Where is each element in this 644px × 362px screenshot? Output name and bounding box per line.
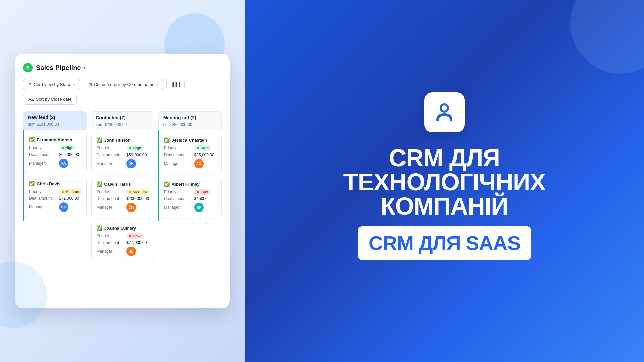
priority-row: Priority: High: [96, 145, 149, 151]
avatar: AF: [194, 203, 204, 212]
check-icon: ✅: [96, 137, 102, 143]
manager-row: Manager: CH: [96, 203, 149, 212]
manager-row: Manager: CD: [29, 202, 82, 212]
deal-amount-label: Deal amount:: [164, 153, 194, 157]
avatar: CD: [59, 202, 68, 212]
priority-label: Priority:: [164, 146, 194, 150]
deal-card[interactable]: ✅ Joanna Lumley Priority: Low Deal amoun…: [91, 221, 154, 262]
contacted-header: Contacted (7) sum $236,000.00: [91, 111, 154, 130]
priority-row: Priority: Medium: [96, 189, 149, 195]
card-view-chevron: ▾: [73, 83, 75, 86]
crm-logo-icon: $: [23, 63, 33, 72]
app-icon-box: [424, 92, 465, 132]
priority-label: Priority:: [96, 190, 126, 194]
priority-badge: High: [59, 145, 76, 150]
meeting-set-header: Meeting set (2) sum $80,000.00: [158, 111, 222, 130]
deal-amount-row: Deal amount: $100,000.00: [96, 196, 149, 201]
sort-button[interactable]: AZ Sort by Close date: [23, 94, 77, 105]
app-icon-svg: [433, 101, 456, 124]
manager-label: Manager:: [96, 205, 126, 210]
priority-row: Priority: Low: [164, 189, 217, 195]
column-contacted: Contacted (7) sum $236,000.00 ✅ John Hus…: [91, 111, 154, 265]
deal-card[interactable]: ✅ Chris Davis Priority: Medium Deal amou…: [24, 177, 87, 218]
priority-badge: Medium: [126, 189, 150, 195]
hero-title: CRM ДЛЯ ТЕХНОЛОГІЧНИХ КОМПАНІЙ: [343, 146, 546, 218]
priority-dot: [62, 191, 64, 193]
manager-label: Manager:: [164, 205, 194, 210]
manager-row: Manager: JH: [96, 159, 149, 168]
columns-area: New lead (2) sum $141,000.00 ✅ Fernando …: [23, 111, 222, 265]
deal-amount-row: Deal amount: $69,000.00: [29, 152, 82, 157]
new-lead-cards: ✅ Fernando Alonso Priority: High Deal am…: [23, 130, 87, 221]
priority-badge: High: [126, 145, 144, 151]
priority-dot: [62, 147, 64, 149]
meeting-set-sum: sum $80,000.00: [163, 122, 217, 127]
hero-line2: ТЕХНОЛОГІЧНИХ: [343, 169, 546, 195]
svg-point-1: [442, 105, 447, 111]
deal-amount-row: Deal amount: $35,000.00: [164, 153, 217, 157]
check-icon: ✅: [96, 225, 102, 231]
card-view-button[interactable]: ⊞ Card view by Stage ▾: [23, 79, 80, 90]
deal-amount-label: Deal amount:: [96, 196, 126, 201]
priority-badge: Low: [126, 233, 143, 239]
deal-card[interactable]: ✅ Calvin Harris Priority: Medium Deal am…: [91, 177, 154, 218]
deal-amount-label: Deal amount:: [96, 153, 126, 157]
crm-window: $ Sales Pipeline ▾ ⊞ Card view by Stage …: [15, 54, 230, 308]
check-icon: ✅: [164, 137, 170, 143]
deal-card[interactable]: ✅ Fernando Alonso Priority: High Deal am…: [24, 133, 87, 174]
column-order-chevron: ▾: [156, 83, 158, 86]
deal-card[interactable]: ✅ Jessica Chastain Priority: High Deal a…: [159, 133, 222, 174]
deal-name: ✅ Fernando Alonso: [29, 137, 82, 142]
priority-badge: Low: [194, 189, 211, 195]
check-icon: ✅: [96, 181, 102, 187]
priority-label: Priority:: [96, 234, 126, 238]
crm-header: $ Sales Pipeline ▾: [23, 63, 222, 72]
deal-name: ✅ Albert Finney: [164, 181, 217, 187]
deal-amount-value: $45000: [194, 196, 208, 201]
avatar: JC: [194, 159, 204, 168]
deal-amount-value: $59,000.00: [126, 153, 147, 157]
check-icon: ✅: [29, 137, 35, 142]
deal-amount-label: Deal amount:: [29, 196, 59, 201]
column-order-icon: ⊟: [89, 82, 92, 87]
manager-row: Manager: AF: [164, 203, 217, 212]
priority-row: Priority: Low: [96, 233, 149, 239]
new-lead-sum: sum $141,000.00: [28, 122, 82, 127]
column-meeting-set: Meeting set (2) sum $80,000.00 ✅ Jessica…: [158, 111, 222, 265]
deal-amount-row: Deal amount: $59,000.00: [96, 153, 149, 157]
priority-label: Priority:: [96, 146, 126, 150]
deal-name: ✅ Jessica Chastain: [164, 137, 217, 143]
card-view-icon: ⊞: [28, 82, 32, 87]
chart-button[interactable]: ▐▐▐: [166, 79, 184, 90]
deal-amount-row: Deal amount: $45000: [164, 196, 217, 201]
manager-label: Manager:: [96, 249, 126, 254]
column-order-button[interactable]: ⊟ Column order by Column name ▾: [84, 79, 163, 90]
priority-badge: Medium: [59, 189, 82, 194]
deal-name: ✅ Joanna Lumley: [96, 225, 149, 231]
priority-dot: [129, 191, 131, 193]
deal-name: ✅ Calvin Harris: [96, 181, 149, 187]
deal-amount-row: Deal amount: $77,000.00: [96, 240, 149, 245]
deal-card[interactable]: ✅ John Huston Priority: High Deal amount…: [91, 133, 154, 174]
deal-card[interactable]: ✅ Albert Finney Priority: Low Deal amoun…: [159, 177, 222, 218]
priority-dot: [129, 235, 131, 237]
manager-row: Manager: FA: [29, 159, 82, 168]
hero-subtitle: CRM ДЛЯ SAAS: [369, 232, 521, 254]
deal-amount-label: Deal amount:: [29, 152, 59, 157]
deal-amount-value: $69,000.00: [59, 152, 79, 157]
priority-badge: High: [194, 145, 211, 151]
hero-subtitle-box: CRM ДЛЯ SAAS: [358, 226, 531, 260]
avatar: CH: [126, 203, 136, 212]
sort-label: Sort by Close date: [36, 97, 72, 102]
deal-name: ✅ John Huston: [96, 137, 149, 143]
manager-label: Manager:: [96, 161, 126, 166]
check-icon: ✅: [29, 181, 35, 186]
priority-label: Priority:: [164, 190, 194, 194]
crm-toolbar: ⊞ Card view by Stage ▾ ⊟ Column order by…: [23, 79, 222, 105]
hero-line3: КОМПАНІЙ: [381, 193, 508, 220]
priority-dot: [197, 147, 199, 149]
title-chevron[interactable]: ▾: [83, 65, 86, 70]
deal-amount-value: $35,000.00: [194, 153, 214, 157]
crm-title: Sales Pipeline: [36, 64, 81, 72]
contacted-cards: ✅ John Huston Priority: High Deal amount…: [91, 130, 154, 265]
